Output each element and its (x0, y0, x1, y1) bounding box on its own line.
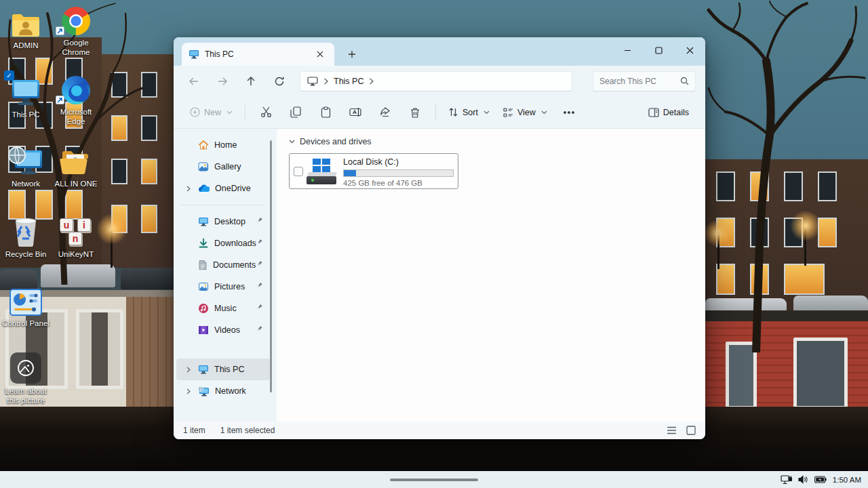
desktop-icon-chrome[interactable]: Google Chrome (50, 4, 102, 57)
taskbar[interactable]: 1:50 AM (0, 471, 868, 488)
this-pc-icon (198, 365, 209, 374)
sidebar-item-this-pc[interactable]: This PC (176, 359, 270, 380)
drive-item-local-disk-c[interactable]: Local Disk (C:) 425 GB free of 476 GB (289, 153, 458, 189)
shortcut-arrow-icon (56, 96, 64, 104)
desktop-icon-label: Learn about this picture (0, 386, 52, 405)
sidebar-item-label: Videos (214, 325, 240, 335)
sidebar-item-music[interactable]: Music (176, 298, 270, 319)
sidebar-item-documents[interactable]: Documents (176, 254, 270, 276)
sidebar-item-gallery[interactable]: Gallery (176, 156, 270, 178)
desktop-icon-label: ALL IN ONE (50, 179, 102, 188)
monitor-icon (189, 49, 199, 59)
tab-close-icon[interactable] (313, 47, 328, 62)
search-input[interactable]: Search This PC (593, 71, 696, 92)
pin-icon (256, 260, 263, 267)
copy-button[interactable] (282, 101, 309, 124)
item-checkbox[interactable] (294, 167, 303, 176)
bg-lamp-glow (790, 210, 821, 241)
close-button[interactable] (674, 37, 705, 63)
view-label: View (517, 108, 536, 117)
sort-button[interactable]: Sort (443, 101, 495, 124)
paste-button[interactable] (312, 101, 339, 124)
chevron-down-icon (289, 140, 295, 144)
system-tray[interactable]: 1:50 AM (781, 471, 864, 488)
sidebar-divider (180, 205, 266, 205)
sort-icon (448, 107, 458, 117)
bg-lamp-glow (704, 220, 731, 247)
desktop-icon-this-pc[interactable]: ✓ This PC (0, 76, 52, 119)
refresh-button[interactable] (269, 70, 290, 92)
desktop-icon-network[interactable]: Network (0, 145, 52, 188)
network-small-icon (198, 386, 210, 396)
sidebar-item-label: Network (215, 386, 246, 396)
pin-icon (256, 325, 263, 332)
address-bar[interactable]: This PC (300, 71, 572, 92)
desktop-icon-admin[interactable]: ADMIN (0, 7, 52, 50)
music-icon (198, 303, 209, 314)
desktop-icon-edge[interactable]: Microsoft Edge (50, 73, 102, 126)
sidebar-scrollbar[interactable] (270, 140, 272, 392)
items-count: 1 item (183, 426, 205, 435)
desktop-icon-unikey[interactable]: u i n UniKeyNT (50, 216, 102, 259)
details-view-toggle[interactable] (667, 426, 677, 434)
selected-checkbox[interactable]: ✓ (4, 70, 14, 81)
toolbar-divider (245, 104, 245, 121)
sidebar-item-network[interactable]: Network (176, 380, 270, 402)
back-button[interactable] (183, 70, 205, 92)
cut-button[interactable] (252, 101, 279, 124)
desktop-icon-label: UniKeyNT (50, 249, 102, 259)
sidebar-item-label: Music (214, 304, 237, 313)
navigation-bar: This PC Search This PC (174, 66, 705, 96)
sidebar-item-onedrive[interactable]: OneDrive (176, 178, 270, 199)
sidebar-item-home[interactable]: Home (176, 134, 270, 156)
toolbar-divider (435, 104, 436, 121)
recycle-bin-icon (0, 216, 52, 247)
clock[interactable]: 1:50 AM (833, 476, 864, 484)
section-title: Devices and drives (300, 137, 372, 146)
details-pane-icon (648, 108, 659, 117)
drive-usage-bar (343, 169, 454, 177)
status-bar: 1 item 1 item selected (174, 422, 705, 439)
computer-icon: ✓ (0, 76, 52, 107)
breadcrumb-this-pc[interactable]: This PC (334, 77, 363, 86)
battery-charging-icon[interactable] (814, 476, 827, 483)
edge-icon (50, 73, 102, 104)
tab-this-pc[interactable]: This PC (182, 43, 334, 66)
search-placeholder: Search This PC (599, 77, 680, 86)
view-button[interactable]: View (498, 101, 553, 124)
share-button[interactable] (372, 101, 399, 124)
desktop-icon-all-in-one[interactable]: ALL IN ONE (50, 145, 102, 188)
pin-icon (256, 304, 263, 310)
desktop-icon-label: Network (0, 179, 52, 188)
minimize-button[interactable] (612, 37, 643, 63)
unikey-icon: u i n (50, 216, 102, 247)
details-pane-button[interactable]: Details (643, 101, 694, 124)
desktop-icon-recycle-bin[interactable]: Recycle Bin (0, 216, 52, 259)
delete-button[interactable] (401, 101, 429, 124)
rename-button[interactable] (342, 101, 369, 124)
ethernet-icon[interactable] (781, 474, 792, 485)
up-button[interactable] (240, 70, 262, 92)
sidebar-item-pictures[interactable]: Pictures (176, 276, 270, 298)
new-label: New (204, 108, 221, 117)
bg-car (41, 264, 115, 287)
sidebar-item-desktop[interactable]: Desktop (176, 211, 270, 232)
downloads-icon (198, 238, 209, 249)
sidebar-item-downloads[interactable]: Downloads (176, 232, 270, 254)
section-devices-and-drives[interactable]: Devices and drives (289, 137, 705, 146)
network-icon (0, 145, 52, 176)
sidebar-item-label: Desktop (214, 217, 245, 226)
new-button[interactable]: New (184, 101, 238, 124)
more-options-button[interactable] (555, 101, 583, 124)
bg-houseboat-right (698, 310, 868, 422)
volume-icon[interactable] (798, 475, 808, 484)
desktop-icon-control-panel[interactable]: Control Panel (0, 285, 52, 328)
sidebar-item-videos[interactable]: Videos (176, 319, 270, 341)
maximize-button[interactable] (643, 37, 674, 63)
forward-button[interactable] (212, 70, 233, 92)
chevron-down-icon (484, 110, 490, 115)
desktop-icon-learn-about-picture[interactable]: Learn about this picture (0, 352, 52, 405)
large-icons-view-toggle[interactable] (686, 426, 696, 435)
chevron-right-icon (186, 186, 191, 192)
new-tab-button[interactable] (344, 47, 359, 62)
